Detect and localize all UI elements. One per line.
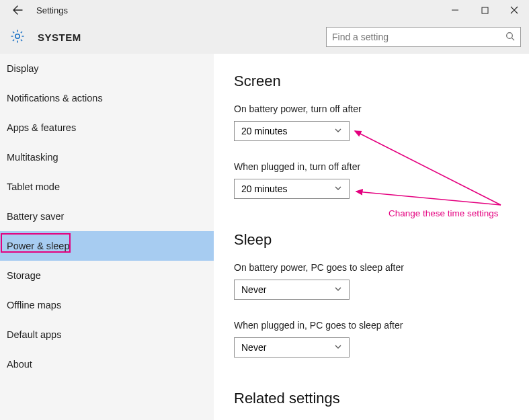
annotation-text: Change these time settings (389, 208, 499, 218)
back-arrow-icon (12, 5, 23, 15)
sleep-plugged-label: When plugged in, PC goes to sleep after (234, 320, 529, 331)
maximize-icon (481, 7, 489, 14)
related-heading: Related settings (234, 390, 529, 407)
chevron-down-icon (334, 183, 342, 194)
chevron-down-icon (334, 284, 342, 295)
sidebar-item-label: Power & sleep (7, 241, 70, 251)
sleep-plugged-dropdown[interactable]: Never (234, 337, 350, 358)
sidebar-item-label: Battery saver (7, 211, 64, 222)
minimize-button[interactable] (440, 0, 470, 20)
svg-point-2 (15, 34, 19, 38)
sidebar-item-label: Offline maps (7, 300, 61, 310)
search-box[interactable] (326, 27, 521, 47)
sidebar-item-default-apps[interactable]: Default apps (0, 320, 214, 349)
dropdown-value: 20 minutes (241, 126, 334, 136)
sidebar-item-battery-saver[interactable]: Battery saver (0, 202, 214, 231)
sidebar-item-label: Tablet mode (7, 181, 60, 192)
window-title: Settings (36, 5, 68, 15)
search-icon (505, 32, 515, 43)
sidebar: Display Notifications & actions Apps & f… (0, 54, 214, 420)
sidebar-item-power-sleep[interactable]: Power & sleep (0, 231, 214, 261)
titlebar: Settings (0, 0, 529, 20)
sidebar-item-display[interactable]: Display (0, 54, 214, 83)
close-button[interactable] (499, 0, 529, 20)
search-input[interactable] (332, 32, 505, 42)
svg-rect-1 (482, 7, 488, 13)
dropdown-value: Never (241, 342, 334, 353)
sidebar-item-label: Apps & features (7, 122, 76, 133)
sidebar-item-notifications[interactable]: Notifications & actions (0, 83, 214, 113)
sidebar-item-tablet-mode[interactable]: Tablet mode (0, 172, 214, 202)
sidebar-item-apps[interactable]: Apps & features (0, 113, 214, 142)
svg-point-3 (507, 32, 513, 38)
screen-heading: Screen (234, 73, 529, 90)
dropdown-value: 20 minutes (241, 183, 334, 194)
header: SYSTEM (0, 20, 529, 54)
sidebar-item-storage[interactable]: Storage (0, 261, 214, 290)
screen-battery-dropdown[interactable]: 20 minutes (234, 121, 350, 141)
screen-plugged-dropdown[interactable]: 20 minutes (234, 179, 350, 199)
sidebar-item-label: Storage (7, 270, 41, 281)
content-pane: Screen On battery power, turn off after … (214, 54, 529, 420)
sidebar-item-offline-maps[interactable]: Offline maps (0, 290, 214, 320)
dropdown-value: Never (241, 284, 334, 295)
maximize-button[interactable] (470, 0, 499, 20)
sleep-battery-label: On battery power, PC goes to sleep after (234, 262, 529, 273)
sidebar-item-label: About (7, 359, 32, 370)
sidebar-item-about[interactable]: About (0, 349, 214, 379)
screen-plugged-label: When plugged in, turn off after (234, 161, 529, 172)
sidebar-item-label: Default apps (7, 329, 61, 340)
minimize-icon (451, 6, 459, 14)
sidebar-item-multitasking[interactable]: Multitasking (0, 142, 214, 172)
sleep-battery-dropdown[interactable]: Never (234, 280, 350, 300)
sleep-heading: Sleep (234, 231, 529, 249)
sidebar-item-label: Notifications & actions (7, 93, 103, 103)
chevron-down-icon (334, 126, 342, 136)
close-icon (510, 6, 518, 14)
screen-battery-label: On battery power, turn off after (234, 103, 529, 114)
chevron-down-icon (334, 342, 342, 353)
svg-line-4 (512, 38, 514, 40)
gear-icon (9, 28, 26, 46)
back-button[interactable] (8, 1, 27, 19)
page-title: SYSTEM (38, 32, 81, 43)
sidebar-item-label: Display (7, 63, 39, 74)
sidebar-item-label: Multitasking (7, 152, 58, 163)
